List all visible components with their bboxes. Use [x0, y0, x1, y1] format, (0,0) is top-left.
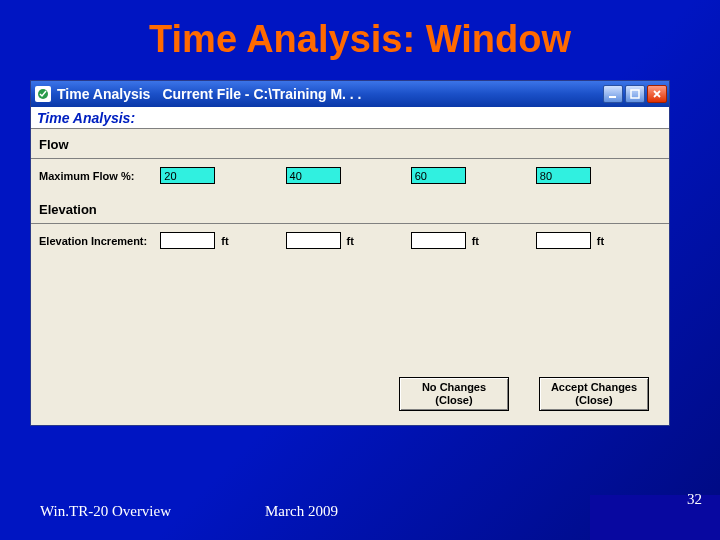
accept-label-2: (Close) [575, 394, 612, 407]
no-changes-button[interactable]: No Changes (Close) [399, 377, 509, 411]
elevation-unit-4: ft [597, 235, 604, 247]
footer-left: Win.TR-20 Overview [40, 503, 171, 520]
footer-date: March 2009 [265, 503, 338, 520]
flow-input-4[interactable]: 80 [536, 167, 591, 184]
elevation-unit-3: ft [472, 235, 479, 247]
subheader-text: Time Analysis: [37, 110, 135, 126]
close-button[interactable] [647, 85, 667, 103]
dialog-window: Time Analysis Current File - C:\Training… [30, 80, 670, 426]
flow-input-2[interactable]: 40 [286, 167, 341, 184]
titlebar-app-name: Time Analysis [57, 86, 150, 102]
minimize-icon [608, 89, 618, 99]
page-number: 32 [687, 491, 702, 508]
elevation-label: Elevation Increment: [39, 235, 160, 247]
minimize-button[interactable] [603, 85, 623, 103]
panel-spacer [31, 259, 669, 369]
app-icon [35, 86, 51, 102]
accept-changes-button[interactable]: Accept Changes (Close) [539, 377, 649, 411]
slide-title: Time Analysis: Window [0, 18, 720, 61]
svg-rect-1 [609, 96, 616, 98]
titlebar-file-label: Current File - C:\Training M. . . [162, 86, 361, 102]
no-changes-label-1: No Changes [422, 381, 486, 394]
panel-body: Flow Maximum Flow %: 20 40 60 80 Elevati… [31, 129, 669, 425]
elevation-unit-1: ft [221, 235, 228, 247]
close-icon [652, 89, 662, 99]
elevation-input-1[interactable] [160, 232, 215, 249]
flow-label: Maximum Flow %: [39, 170, 160, 182]
window-controls [603, 85, 667, 103]
maximize-icon [630, 89, 640, 99]
panel-subheader: Time Analysis: [31, 107, 669, 129]
maximize-button[interactable] [625, 85, 645, 103]
accept-label-1: Accept Changes [551, 381, 637, 394]
elevation-section-heading: Elevation [31, 194, 669, 224]
flow-input-1[interactable]: 20 [160, 167, 215, 184]
elevation-unit-2: ft [347, 235, 354, 247]
flow-row: Maximum Flow %: 20 40 60 80 [31, 159, 669, 194]
dialog-button-row: No Changes (Close) Accept Changes (Close… [31, 369, 669, 425]
svg-rect-2 [631, 90, 639, 98]
titlebar[interactable]: Time Analysis Current File - C:\Training… [31, 81, 669, 107]
flow-section-heading: Flow [31, 129, 669, 159]
elevation-row: Elevation Increment: ft ft ft ft [31, 224, 669, 259]
elevation-input-3[interactable] [411, 232, 466, 249]
flow-input-3[interactable]: 60 [411, 167, 466, 184]
no-changes-label-2: (Close) [435, 394, 472, 407]
elevation-input-4[interactable] [536, 232, 591, 249]
elevation-input-2[interactable] [286, 232, 341, 249]
